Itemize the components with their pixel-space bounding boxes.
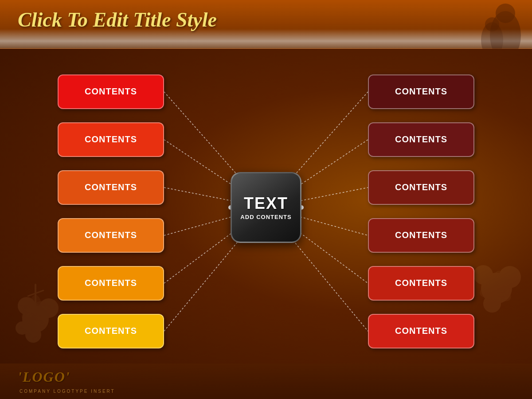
- right-box-1[interactable]: CONTENTS: [368, 74, 474, 109]
- center-node[interactable]: TEXT ADD CONTENTS: [231, 172, 301, 243]
- right-box-5[interactable]: CONTENTS: [368, 266, 474, 301]
- left-box-2[interactable]: CONTENTS: [58, 122, 164, 157]
- silhouette-decoration: [408, 0, 532, 49]
- mindmap-container: TEXT ADD CONTENTS CONTENTS CONTENTS CONT…: [44, 57, 488, 358]
- header: Click To Edit Title Style: [0, 0, 532, 49]
- svg-point-20: [485, 17, 499, 31]
- right-box-2[interactable]: CONTENTS: [368, 122, 474, 157]
- right-box-4[interactable]: CONTENTS: [368, 218, 474, 253]
- footer: 'LOGO' COMPANY LOGOTYPE INSERT: [0, 364, 532, 399]
- center-text-main: TEXT: [244, 194, 288, 213]
- left-box-6[interactable]: CONTENTS: [58, 314, 164, 348]
- left-box-1[interactable]: CONTENTS: [58, 74, 164, 109]
- page-title[interactable]: Click To Edit Title Style: [18, 8, 217, 31]
- left-box-4[interactable]: CONTENTS: [58, 218, 164, 253]
- center-text-sub: ADD CONTENTS: [240, 214, 291, 220]
- logotype-label: COMPANY LOGOTYPE INSERT: [20, 389, 115, 394]
- left-box-5[interactable]: CONTENTS: [58, 266, 164, 301]
- right-box-6[interactable]: CONTENTS: [368, 314, 474, 348]
- svg-point-18: [496, 4, 515, 23]
- left-box-3[interactable]: CONTENTS: [58, 170, 164, 205]
- main-area: TEXT ADD CONTENTS CONTENTS CONTENTS CONT…: [0, 51, 532, 364]
- right-box-3[interactable]: CONTENTS: [368, 170, 474, 205]
- logo-text[interactable]: 'LOGO': [18, 369, 115, 385]
